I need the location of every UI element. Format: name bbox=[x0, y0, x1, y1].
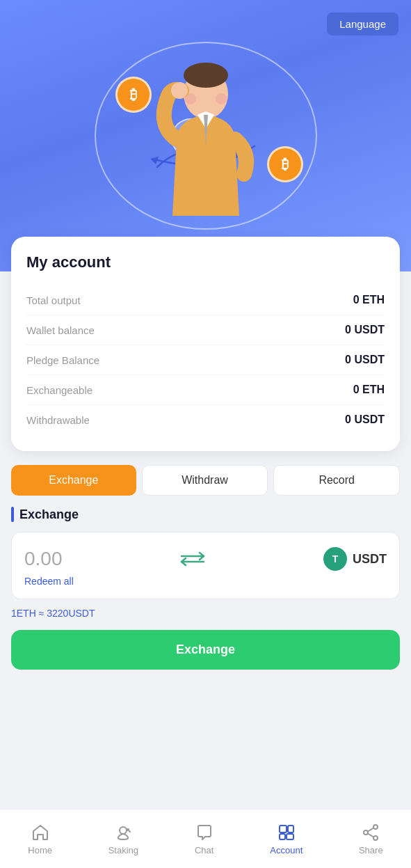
exchange-section-header: Exchange bbox=[11, 507, 400, 522]
share-icon bbox=[361, 823, 380, 842]
person-illustration bbox=[136, 56, 275, 244]
redeem-all-button[interactable]: Redeem all bbox=[24, 571, 74, 587]
language-button[interactable]: Language bbox=[327, 13, 398, 35]
tabs-section: Exchange Withdraw Record bbox=[11, 465, 400, 496]
svg-rect-10 bbox=[280, 834, 285, 839]
row-value: 0 ETH bbox=[353, 384, 385, 396]
nav-label-share: Share bbox=[359, 845, 383, 855]
account-row: Withdrawable 0 USDT bbox=[26, 405, 385, 434]
svg-line-16 bbox=[368, 833, 373, 837]
tab-record[interactable]: Record bbox=[273, 465, 400, 496]
account-row: Pledge Balance 0 USDT bbox=[26, 345, 385, 375]
account-card: My account Total output 0 ETH Wallet bal… bbox=[11, 237, 400, 451]
staking-icon bbox=[113, 823, 133, 842]
usdt-icon: T bbox=[323, 547, 347, 571]
row-value: 0 USDT bbox=[345, 354, 385, 366]
section-indicator-bar bbox=[11, 507, 14, 522]
account-row: Wallet balance 0 USDT bbox=[26, 315, 385, 345]
nav-item-home[interactable]: Home bbox=[17, 817, 63, 861]
svg-point-7 bbox=[120, 827, 127, 834]
tab-exchange[interactable]: Exchange bbox=[11, 465, 136, 496]
exchange-section-title: Exchange bbox=[19, 507, 79, 522]
svg-rect-11 bbox=[287, 834, 293, 839]
bottom-nav: Home Staking Chat bbox=[0, 809, 411, 868]
row-value: 0 USDT bbox=[345, 413, 385, 426]
chat-icon bbox=[195, 823, 214, 842]
row-label: Wallet balance bbox=[26, 324, 95, 336]
tab-withdraw[interactable]: Withdraw bbox=[142, 465, 268, 496]
hero-illustration: ₿ $ ₿ bbox=[88, 28, 324, 244]
exchange-amount-input[interactable]: 0.00 bbox=[24, 548, 63, 570]
svg-line-15 bbox=[368, 828, 373, 831]
nav-item-account[interactable]: Account bbox=[259, 817, 314, 861]
swap-icon[interactable] bbox=[180, 546, 205, 571]
nav-label-home: Home bbox=[28, 845, 52, 855]
usdt-badge: T USDT bbox=[323, 547, 387, 571]
row-label: Pledge Balance bbox=[26, 354, 99, 366]
home-icon bbox=[31, 823, 50, 842]
account-row: Exchangeable 0 ETH bbox=[26, 375, 385, 405]
nav-item-staking[interactable]: Staking bbox=[97, 817, 150, 861]
exchange-input-card: 0.00 T USDT Redeem all bbox=[11, 532, 400, 599]
nav-item-chat[interactable]: Chat bbox=[184, 817, 225, 861]
exchange-rate: 1ETH ≈ 3220USDT bbox=[11, 608, 400, 619]
row-label: Exchangeable bbox=[26, 384, 92, 396]
nav-item-share[interactable]: Share bbox=[348, 817, 394, 861]
exchange-submit-button[interactable]: Exchange bbox=[11, 630, 400, 670]
row-value: 0 ETH bbox=[353, 294, 385, 306]
nav-label-account: Account bbox=[270, 845, 303, 855]
row-label: Total output bbox=[26, 294, 81, 306]
svg-rect-8 bbox=[280, 826, 287, 833]
svg-point-13 bbox=[364, 830, 368, 835]
exchange-input-row: 0.00 T USDT bbox=[24, 546, 387, 571]
svg-point-14 bbox=[373, 836, 378, 840]
nav-label-chat: Chat bbox=[195, 845, 213, 855]
hero-section: Language ₿ $ ₿ bbox=[0, 0, 411, 271]
exchange-section: Exchange 0.00 T USDT bbox=[11, 507, 400, 670]
row-value: 0 USDT bbox=[345, 324, 385, 336]
account-row: Total output 0 ETH bbox=[26, 285, 385, 315]
svg-point-3 bbox=[184, 63, 228, 88]
usdt-label: USDT bbox=[353, 552, 387, 567]
nav-label-staking: Staking bbox=[108, 845, 138, 855]
row-label: Withdrawable bbox=[26, 414, 90, 426]
svg-rect-9 bbox=[288, 826, 293, 833]
account-icon bbox=[277, 823, 296, 842]
account-rows-container: Total output 0 ETH Wallet balance 0 USDT… bbox=[26, 285, 385, 434]
account-card-title: My account bbox=[26, 253, 385, 271]
svg-point-12 bbox=[373, 825, 378, 829]
svg-point-5 bbox=[216, 93, 227, 104]
svg-point-6 bbox=[171, 82, 188, 99]
